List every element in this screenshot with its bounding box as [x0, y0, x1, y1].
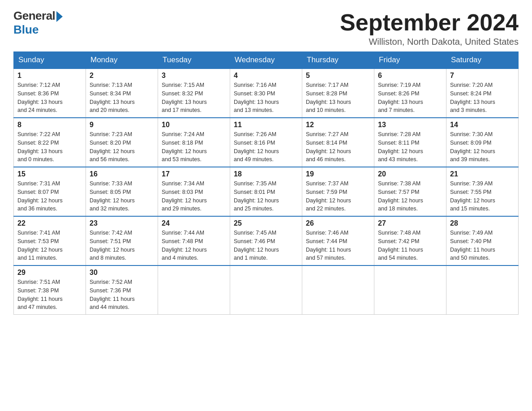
- logo-arrow-icon: [56, 11, 63, 22]
- day-number: 17: [162, 170, 226, 178]
- day-info: Sunrise: 7:35 AMSunset: 8:01 PMDaylight:…: [234, 180, 298, 213]
- day-number: 2: [90, 72, 154, 80]
- day-number: 1: [17, 72, 82, 80]
- day-number: 3: [162, 72, 226, 80]
- page-header: General Blue September 2024 Williston, N…: [13, 9, 519, 47]
- day-info: Sunrise: 7:42 AMSunset: 7:51 PMDaylight:…: [90, 229, 154, 262]
- day-info: Sunrise: 7:20 AMSunset: 8:24 PMDaylight:…: [450, 81, 515, 115]
- calendar-cell: 22 Sunrise: 7:41 AMSunset: 7:53 PMDaylig…: [14, 216, 86, 265]
- calendar-day-header: Sunday: [14, 52, 86, 69]
- day-info: Sunrise: 7:23 AMSunset: 8:20 PMDaylight:…: [90, 130, 154, 164]
- calendar-cell: 8 Sunrise: 7:22 AMSunset: 8:22 PMDayligh…: [14, 118, 86, 167]
- logo-general-text: General: [13, 9, 55, 23]
- calendar-cell: 5 Sunrise: 7:17 AMSunset: 8:28 PMDayligh…: [302, 68, 374, 118]
- calendar-cell: 7 Sunrise: 7:20 AMSunset: 8:24 PMDayligh…: [446, 68, 519, 118]
- calendar-title: September 2024: [340, 9, 519, 36]
- day-info: Sunrise: 7:46 AMSunset: 7:44 PMDaylight:…: [306, 229, 370, 262]
- calendar-cell: [158, 265, 230, 315]
- calendar-cell: 24 Sunrise: 7:44 AMSunset: 7:48 PMDaylig…: [158, 216, 230, 265]
- calendar-cell: 13 Sunrise: 7:28 AMSunset: 8:11 PMDaylig…: [374, 118, 446, 167]
- day-info: Sunrise: 7:30 AMSunset: 8:09 PMDaylight:…: [450, 130, 515, 164]
- calendar-day-header: Friday: [374, 52, 446, 69]
- day-number: 15: [17, 170, 82, 178]
- calendar-cell: 4 Sunrise: 7:16 AMSunset: 8:30 PMDayligh…: [230, 68, 302, 118]
- day-number: 20: [378, 170, 442, 178]
- day-info: Sunrise: 7:49 AMSunset: 7:40 PMDaylight:…: [450, 229, 515, 262]
- calendar-day-header: Monday: [86, 52, 158, 69]
- title-section: September 2024 Williston, North Dakota, …: [340, 9, 519, 47]
- calendar-cell: [230, 265, 302, 315]
- day-info: Sunrise: 7:22 AMSunset: 8:22 PMDaylight:…: [17, 130, 82, 164]
- calendar-cell: 21 Sunrise: 7:39 AMSunset: 7:55 PMDaylig…: [446, 167, 519, 216]
- calendar-day-header: Wednesday: [230, 52, 302, 69]
- calendar-cell: 30 Sunrise: 7:52 AMSunset: 7:36 PMDaylig…: [86, 265, 158, 315]
- calendar-cell: 11 Sunrise: 7:26 AMSunset: 8:16 PMDaylig…: [230, 118, 302, 167]
- day-number: 24: [162, 219, 226, 227]
- day-info: Sunrise: 7:45 AMSunset: 7:46 PMDaylight:…: [234, 229, 298, 262]
- day-number: 5: [306, 72, 370, 80]
- logo-blue-text: Blue: [13, 23, 39, 37]
- day-number: 19: [306, 170, 370, 178]
- day-info: Sunrise: 7:33 AMSunset: 8:05 PMDaylight:…: [90, 180, 154, 213]
- calendar-day-header: Thursday: [302, 52, 374, 69]
- day-info: Sunrise: 7:26 AMSunset: 8:16 PMDaylight:…: [234, 130, 298, 164]
- day-number: 4: [234, 72, 298, 80]
- calendar-subtitle: Williston, North Dakota, United States: [340, 37, 519, 47]
- calendar-cell: 10 Sunrise: 7:24 AMSunset: 8:18 PMDaylig…: [158, 118, 230, 167]
- calendar-week-row: 29 Sunrise: 7:51 AMSunset: 7:38 PMDaylig…: [14, 265, 519, 315]
- calendar-day-header: Tuesday: [158, 52, 230, 69]
- calendar-cell: 27 Sunrise: 7:48 AMSunset: 7:42 PMDaylig…: [374, 216, 446, 265]
- day-info: Sunrise: 7:28 AMSunset: 8:11 PMDaylight:…: [378, 130, 442, 164]
- day-number: 26: [306, 219, 370, 227]
- day-number: 29: [17, 269, 82, 277]
- day-info: Sunrise: 7:38 AMSunset: 7:57 PMDaylight:…: [378, 180, 442, 213]
- calendar-cell: 25 Sunrise: 7:45 AMSunset: 7:46 PMDaylig…: [230, 216, 302, 265]
- day-info: Sunrise: 7:13 AMSunset: 8:34 PMDaylight:…: [90, 81, 154, 115]
- calendar-table: SundayMondayTuesdayWednesdayThursdayFrid…: [13, 51, 519, 315]
- calendar-cell: 28 Sunrise: 7:49 AMSunset: 7:40 PMDaylig…: [446, 216, 519, 265]
- day-info: Sunrise: 7:41 AMSunset: 7:53 PMDaylight:…: [17, 229, 82, 262]
- calendar-week-row: 8 Sunrise: 7:22 AMSunset: 8:22 PMDayligh…: [14, 118, 519, 167]
- calendar-cell: 17 Sunrise: 7:34 AMSunset: 8:03 PMDaylig…: [158, 167, 230, 216]
- calendar-cell: 29 Sunrise: 7:51 AMSunset: 7:38 PMDaylig…: [14, 265, 86, 315]
- calendar-cell: 1 Sunrise: 7:12 AMSunset: 8:36 PMDayligh…: [14, 68, 86, 118]
- calendar-week-row: 22 Sunrise: 7:41 AMSunset: 7:53 PMDaylig…: [14, 216, 519, 265]
- calendar-cell: 2 Sunrise: 7:13 AMSunset: 8:34 PMDayligh…: [86, 68, 158, 118]
- day-number: 28: [450, 219, 515, 227]
- day-info: Sunrise: 7:24 AMSunset: 8:18 PMDaylight:…: [162, 130, 226, 164]
- day-info: Sunrise: 7:16 AMSunset: 8:30 PMDaylight:…: [234, 81, 298, 115]
- calendar-week-row: 1 Sunrise: 7:12 AMSunset: 8:36 PMDayligh…: [14, 68, 519, 118]
- day-info: Sunrise: 7:34 AMSunset: 8:03 PMDaylight:…: [162, 180, 226, 213]
- day-info: Sunrise: 7:48 AMSunset: 7:42 PMDaylight:…: [378, 229, 442, 262]
- day-info: Sunrise: 7:17 AMSunset: 8:28 PMDaylight:…: [306, 81, 370, 115]
- day-number: 27: [378, 219, 442, 227]
- day-number: 10: [162, 121, 226, 129]
- calendar-cell: 14 Sunrise: 7:30 AMSunset: 8:09 PMDaylig…: [446, 118, 519, 167]
- day-number: 8: [17, 121, 82, 129]
- day-number: 9: [90, 121, 154, 129]
- calendar-header-row: SundayMondayTuesdayWednesdayThursdayFrid…: [14, 52, 519, 69]
- calendar-cell: 19 Sunrise: 7:37 AMSunset: 7:59 PMDaylig…: [302, 167, 374, 216]
- day-info: Sunrise: 7:52 AMSunset: 7:36 PMDaylight:…: [90, 278, 154, 312]
- calendar-cell: 9 Sunrise: 7:23 AMSunset: 8:20 PMDayligh…: [86, 118, 158, 167]
- day-number: 23: [90, 219, 154, 227]
- day-number: 6: [378, 72, 442, 80]
- calendar-cell: [374, 265, 446, 315]
- calendar-cell: 12 Sunrise: 7:27 AMSunset: 8:14 PMDaylig…: [302, 118, 374, 167]
- day-number: 11: [234, 121, 298, 129]
- day-info: Sunrise: 7:31 AMSunset: 8:07 PMDaylight:…: [17, 180, 82, 213]
- day-number: 30: [90, 269, 154, 277]
- logo: General Blue: [13, 9, 63, 37]
- day-number: 22: [17, 219, 82, 227]
- day-info: Sunrise: 7:51 AMSunset: 7:38 PMDaylight:…: [17, 278, 82, 312]
- day-info: Sunrise: 7:19 AMSunset: 8:26 PMDaylight:…: [378, 81, 442, 115]
- calendar-cell: 23 Sunrise: 7:42 AMSunset: 7:51 PMDaylig…: [86, 216, 158, 265]
- day-info: Sunrise: 7:44 AMSunset: 7:48 PMDaylight:…: [162, 229, 226, 262]
- day-number: 13: [378, 121, 442, 129]
- day-info: Sunrise: 7:39 AMSunset: 7:55 PMDaylight:…: [450, 180, 515, 213]
- calendar-week-row: 15 Sunrise: 7:31 AMSunset: 8:07 PMDaylig…: [14, 167, 519, 216]
- day-number: 16: [90, 170, 154, 178]
- calendar-cell: 26 Sunrise: 7:46 AMSunset: 7:44 PMDaylig…: [302, 216, 374, 265]
- calendar-cell: 3 Sunrise: 7:15 AMSunset: 8:32 PMDayligh…: [158, 68, 230, 118]
- calendar-cell: 18 Sunrise: 7:35 AMSunset: 8:01 PMDaylig…: [230, 167, 302, 216]
